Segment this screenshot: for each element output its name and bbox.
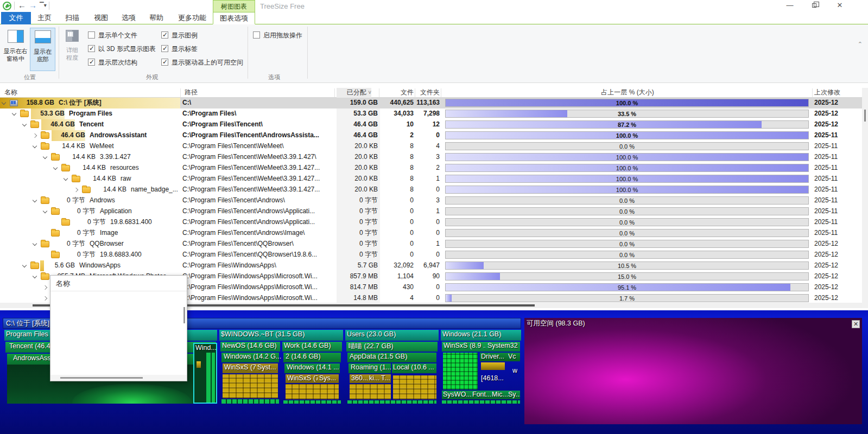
tab-chart-options[interactable]: 图表选项 (213, 12, 255, 24)
popup-horizontal-scrollbar-thumb[interactable] (60, 377, 143, 379)
treemap-tile-windows[interactable]: Windows (21.1 GB) (441, 330, 521, 341)
row-name-cell[interactable]: 53.3 GBProgram Files (0, 108, 180, 119)
row-name-cell[interactable]: 158.8 GBC:\ 位于 [系统] (0, 98, 180, 108)
chevron-down-icon[interactable] (33, 274, 37, 278)
row-name-cell[interactable]: 0 字节Image (0, 228, 180, 239)
qat-customize-button[interactable]: ▔▾ (40, 2, 47, 8)
table-row[interactable]: 5.6 GBWindowsAppsC:\Program Files\Window… (0, 260, 862, 271)
table-row[interactable]: 46.4 GBAndrowsAssistantC:\Program Files\… (0, 130, 862, 141)
minimize-button[interactable]: — (782, 0, 798, 12)
table-row[interactable]: 0 字节AndrowsC:\Program Files\Tencent\Andr… (0, 195, 862, 206)
popup-horizontal-scrollbar[interactable] (50, 375, 187, 381)
chevron-right-icon[interactable] (33, 133, 37, 138)
treemap-tile-w[interactable]: w (512, 367, 517, 374)
chevron-down-icon[interactable] (33, 144, 37, 148)
appearance-checkbox-a-0[interactable]: 显示单个文件 (88, 31, 137, 40)
chevron-down-icon[interactable] (33, 198, 37, 202)
row-name-cell[interactable]: 14.4 KB3.39.1.427 (0, 152, 180, 163)
appearance-checkbox-b-0[interactable]: 显示图例 (161, 31, 198, 40)
chevron-down-icon[interactable] (64, 176, 68, 181)
show-in-right-pane-button[interactable]: 显示在右窗格中 (3, 28, 28, 71)
treemap-tile-users[interactable]: Users (23.0 GB) (345, 330, 439, 341)
chevron-down-icon[interactable] (22, 122, 27, 126)
treemap-tile-work-2[interactable]: 2 (14.6 GB) (283, 353, 341, 362)
chevron-down-icon[interactable] (53, 165, 58, 170)
table-row[interactable]: 158.8 GBC:\ 位于 [系统]C:\159.0 GB440,625113… (0, 98, 862, 108)
free-space-close-icon[interactable]: ✕ (852, 320, 860, 328)
table-row[interactable]: 14.4 KBresourcesC:\Program Files\Tencent… (0, 163, 862, 174)
table-row[interactable]: 0 字节19.8.6831.400C:\Program Files\Tencen… (0, 217, 862, 228)
tab-3[interactable]: 选项 (116, 12, 142, 24)
treemap-tile-windows-bt[interactable]: $WINDOWS.~BT (31.5 GB) (219, 330, 343, 341)
treemap-tile-360[interactable]: 360... ki... T... (350, 374, 391, 383)
chevron-down-icon[interactable] (12, 111, 16, 116)
chevron-right-icon[interactable] (74, 188, 78, 192)
row-name-cell[interactable]: 14.4 KBresources (0, 163, 180, 174)
column-header-percent[interactable]: 占上一层 % (大小) (444, 88, 811, 98)
treemap-tile-4618[interactable]: [4618... (481, 374, 508, 382)
column-header-folders[interactable]: 文件夹 (416, 88, 440, 98)
tab-2[interactable]: 视图 (87, 12, 115, 24)
row-name-cell[interactable]: 46.4 GBAndrowsAssistant (0, 130, 180, 141)
restore-button[interactable] (807, 0, 823, 12)
table-row[interactable]: 46.4 GBTencentC:\Program Files\Tencent\4… (0, 119, 862, 130)
treemap-tile-work-winsxs[interactable]: WinSxS (7... Sys... (286, 374, 339, 383)
row-name-cell[interactable]: 46.4 GBTencent (0, 119, 180, 130)
tab-5[interactable]: 更多功能 (171, 12, 213, 24)
appearance-checkbox-b-1[interactable]: 显示标签 (161, 45, 198, 54)
collapse-ribbon-icon[interactable]: ⌃ (858, 41, 863, 48)
row-name-cell[interactable]: 14.4 KBWeMeet (0, 141, 180, 152)
app-logo-icon[interactable] (3, 2, 11, 10)
popup-column-header-name[interactable]: 名称 (56, 279, 70, 289)
chevron-down-icon[interactable] (2, 100, 6, 105)
show-at-bottom-button[interactable]: 显示在底部 (30, 28, 55, 71)
table-row[interactable]: 14.4 KBWeMeetC:\Program Files\Tencent\We… (0, 141, 862, 152)
treemap-tile-driver[interactable]: Driver... Vc (480, 353, 520, 361)
tab-file[interactable]: 文件 (1, 12, 31, 24)
table-row[interactable]: 14.4 KB3.39.1.427C:\Program Files\Tencen… (0, 152, 862, 163)
column-header-name[interactable]: 名称 (4, 88, 17, 98)
table-row[interactable]: 53.3 GBProgram FilesC:\Program Files\53.… (0, 108, 862, 119)
row-name-cell[interactable]: 0 字节Application (0, 206, 180, 217)
row-name-cell[interactable]: 0 字节Androws (0, 195, 180, 206)
column-header-allocated[interactable]: 已分配 ˅ (337, 88, 371, 98)
chevron-down-icon[interactable] (43, 155, 47, 159)
table-row[interactable]: 0 字节QQBrowserC:\Program Files\Tencent\QQ… (0, 239, 862, 250)
table-row[interactable]: 0 字节19.8.6883.400C:\Program Files\Tencen… (0, 250, 862, 260)
treemap-free-space[interactable]: 可用空间 (98.3 GB) ✕ (524, 318, 862, 424)
popup-vertical-scrollbar-thumb[interactable] (183, 307, 185, 323)
treemap-tile-appdata[interactable]: AppData (21.5 GB) (347, 353, 436, 362)
chevron-right-icon[interactable] (43, 285, 47, 290)
vertical-scrollbar[interactable] (862, 88, 868, 308)
column-header-path[interactable]: 路径 (185, 88, 198, 98)
row-name-cell[interactable]: 14.4 KBraw (0, 174, 180, 184)
chevron-down-icon[interactable] (33, 241, 37, 246)
appearance-checkbox-a-1[interactable]: 以 3D 形式显示图表 (88, 45, 156, 54)
table-row[interactable]: 0 字节ApplicationC:\Program Files\Tencent\… (0, 206, 862, 217)
back-button[interactable]: ← (18, 1, 26, 10)
column-header-modified[interactable]: 上次修改 (814, 88, 840, 98)
options-checkbox-0[interactable]: 启用拖放操作 (253, 31, 302, 40)
treemap-tile-newos-winsxs[interactable]: WinSxS (7... Syst... (223, 363, 278, 373)
tab-4[interactable]: 帮助 (143, 12, 170, 24)
close-button[interactable]: ✕ (832, 0, 848, 12)
treemap-tile-newos-windows[interactable]: Windows (14.2 G... (221, 353, 279, 362)
treemap-tile-newos[interactable]: NewOS (14.6 GB) (220, 342, 280, 352)
chevron-down-icon[interactable] (22, 263, 27, 267)
table-row[interactable]: 0 字节ImageC:\Program Files\Tencent\Androw… (0, 228, 862, 239)
forward-button[interactable]: → (29, 1, 37, 10)
table-row[interactable]: 14.4 KBname_badge_...C:\Program Files\Te… (0, 184, 862, 195)
row-name-cell[interactable]: 0 字节QQBrowser (0, 239, 180, 250)
tab-1[interactable]: 扫描 (58, 12, 86, 24)
treemap-tile-winsxs[interactable]: WinSxS (8.9 ... System32 ... (442, 342, 520, 352)
vertical-scrollbar-thumb[interactable] (864, 110, 866, 122)
table-row[interactable]: 14.4 KBrawC:\Program Files\Tencent\WeMee… (0, 174, 862, 184)
column-header-files[interactable]: 文件 (380, 88, 414, 98)
treemap-tile-syswow[interactable]: SysWO... Font... Mic... Sy... (442, 391, 520, 399)
row-name-cell[interactable]: 5.6 GBWindowsApps (0, 260, 180, 271)
tab-0[interactable]: 主页 (32, 12, 57, 24)
appearance-checkbox-b-2[interactable]: 显示驱动器上的可用空间 (161, 59, 243, 67)
chevron-right-icon[interactable] (43, 296, 47, 301)
detail-level-button[interactable]: 详细程度 (61, 28, 83, 71)
appearance-checkbox-a-2[interactable]: 显示层次结构 (88, 59, 137, 67)
